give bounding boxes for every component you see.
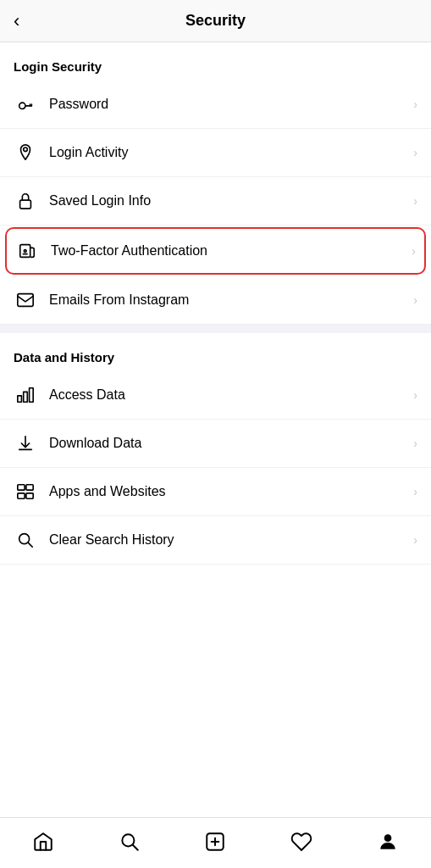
chevron-icon: › [413, 533, 417, 547]
nav-search[interactable] [86, 831, 173, 853]
chevron-icon: › [413, 97, 417, 111]
plus-icon [204, 831, 226, 853]
nav-profile[interactable] [345, 831, 431, 853]
saved-login-label: Saved Login Info [49, 193, 413, 209]
svg-rect-6 [18, 396, 22, 402]
nav-likes[interactable] [258, 831, 345, 853]
svg-point-0 [19, 103, 25, 108]
svg-point-16 [384, 834, 392, 842]
svg-rect-10 [26, 485, 33, 490]
menu-item-login-activity[interactable]: Login Activity › [0, 129, 431, 177]
svg-rect-2 [20, 200, 31, 209]
access-data-label: Access Data [49, 387, 413, 403]
chevron-icon: › [413, 146, 417, 159]
two-factor-label: Two-Factor Authentication [51, 243, 412, 259]
svg-rect-7 [24, 392, 28, 402]
login-activity-label: Login Activity [49, 145, 413, 160]
chevron-icon: › [413, 293, 417, 307]
nav-new-post[interactable] [173, 831, 259, 853]
clear-search-label: Clear Search History [49, 532, 413, 548]
header: ‹ Security [0, 0, 431, 42]
chevron-icon: › [413, 485, 417, 498]
chevron-icon: › [412, 244, 416, 258]
menu-item-two-factor[interactable]: Two-Factor Authentication › [5, 227, 426, 275]
svg-rect-8 [30, 388, 34, 403]
two-factor-icon [15, 239, 39, 263]
menu-item-emails[interactable]: Emails From Instagram › [0, 276, 431, 325]
svg-point-1 [24, 147, 28, 152]
profile-icon [377, 831, 399, 853]
nav-home[interactable] [0, 831, 86, 853]
email-icon [14, 288, 37, 312]
menu-item-access-data[interactable]: Access Data › [0, 371, 431, 420]
menu-item-password[interactable]: Password › [0, 81, 431, 129]
bottom-nav [0, 817, 431, 868]
svg-rect-3 [20, 245, 30, 258]
svg-rect-11 [18, 493, 25, 498]
page-title: Security [185, 12, 246, 30]
chevron-icon: › [413, 437, 417, 450]
lock-icon [14, 189, 37, 213]
apps-websites-label: Apps and Websites [49, 484, 413, 499]
chart-icon [14, 383, 37, 407]
search-icon [14, 528, 37, 552]
svg-point-4 [24, 250, 26, 253]
menu-item-clear-search[interactable]: Clear Search History › [0, 516, 431, 565]
emails-label: Emails From Instagram [49, 292, 413, 308]
menu-item-download-data[interactable]: Download Data › [0, 420, 431, 468]
download-icon [14, 431, 37, 455]
heart-icon [290, 831, 312, 853]
content: Login Security Password › Login Activity… [0, 42, 431, 868]
search-nav-icon [119, 831, 141, 853]
svg-rect-12 [26, 493, 33, 498]
home-icon [32, 831, 54, 853]
menu-item-saved-login[interactable]: Saved Login Info › [0, 177, 431, 225]
menu-item-apps-websites[interactable]: Apps and Websites › [0, 468, 431, 516]
password-label: Password [49, 97, 413, 112]
section-divider [0, 325, 431, 333]
svg-rect-5 [18, 294, 33, 307]
key-icon [14, 92, 37, 116]
apps-icon [14, 480, 37, 504]
chevron-icon: › [413, 194, 417, 208]
back-button[interactable]: ‹ [14, 12, 19, 31]
chevron-icon: › [413, 388, 417, 402]
section-login-security: Login Security [0, 42, 431, 81]
section-data-history: Data and History [0, 333, 431, 371]
download-data-label: Download Data [49, 436, 413, 451]
svg-rect-9 [18, 485, 25, 490]
location-icon [14, 141, 37, 164]
